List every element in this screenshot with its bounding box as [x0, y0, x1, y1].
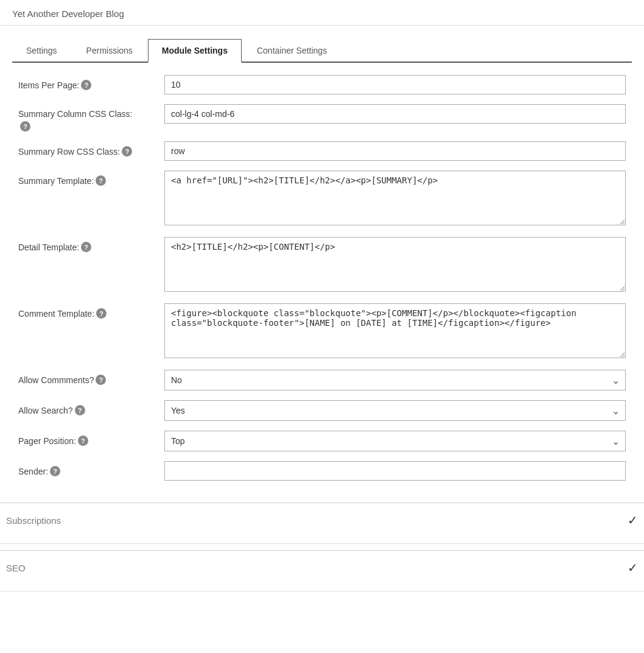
pager-position-label: Pager Position: ? [18, 431, 164, 446]
allow-search-select[interactable]: Yes No [164, 400, 626, 421]
pager-position-help-icon[interactable]: ? [78, 436, 88, 446]
subscriptions-title: Subscriptions [6, 515, 61, 526]
seo-title: SEO [6, 563, 26, 573]
detail-template-label: Detail Template: ? [18, 237, 164, 252]
tab-module-settings[interactable]: Module Settings [148, 39, 242, 63]
allow-search-control: Yes No ⌄ [164, 400, 626, 421]
summary-row-css-control [164, 141, 626, 161]
allow-comments-label: Allow Commments? ? [18, 370, 164, 385]
seo-section[interactable]: SEO ✓ [0, 550, 644, 585]
comment-template-row: Comment Template: ? <figure><blockquote … [18, 303, 626, 360]
allow-comments-control: No Yes ⌄ [164, 370, 626, 390]
summary-template-textarea[interactable]: <a href="[URL]"><h2>[TITLE]</h2></a><p>[… [164, 171, 626, 225]
summary-column-css-label: Summary Column CSS Class: ? [18, 104, 164, 132]
detail-template-control: <h2>[TITLE]</h2><p>[CONTENT]</p> [164, 237, 626, 294]
tab-permissions[interactable]: Permissions [72, 39, 147, 63]
allow-comments-row: Allow Commments? ? No Yes ⌄ [18, 370, 626, 390]
pager-position-row: Pager Position: ? Top Bottom Both None ⌄ [18, 431, 626, 451]
summary-template-help-icon[interactable]: ? [96, 175, 106, 186]
summary-row-css-help-icon[interactable]: ? [122, 146, 132, 157]
comment-template-textarea[interactable]: <figure><blockquote class="blockquote"><… [164, 303, 626, 358]
sender-input[interactable] [164, 461, 626, 481]
tabs-container: Settings Permissions Module Settings Con… [12, 38, 632, 63]
summary-row-css-input[interactable] [164, 141, 626, 161]
items-per-page-control [164, 75, 626, 94]
summary-column-css-input[interactable] [164, 104, 626, 124]
tab-container-settings[interactable]: Container Settings [243, 39, 341, 63]
allow-comments-select[interactable]: No Yes [164, 370, 626, 390]
subscriptions-chevron-icon: ✓ [628, 513, 638, 528]
seo-divider [0, 591, 644, 591]
allow-comments-select-wrapper: No Yes ⌄ [164, 370, 626, 390]
seo-chevron-icon: ✓ [628, 560, 638, 575]
sender-control [164, 461, 626, 481]
detail-template-help-icon[interactable]: ? [81, 242, 91, 252]
summary-template-row: Summary Template: ? <a href="[URL]"><h2>… [18, 171, 626, 227]
sender-label: Sender: ? [18, 461, 164, 476]
pager-position-select[interactable]: Top Bottom Both None [164, 431, 626, 451]
summary-template-control: <a href="[URL]"><h2>[TITLE]</h2></a><p>[… [164, 171, 626, 227]
items-per-page-help-icon[interactable]: ? [81, 80, 91, 90]
detail-template-textarea[interactable]: <h2>[TITLE]</h2><p>[CONTENT]</p> [164, 237, 626, 292]
pager-position-select-wrapper: Top Bottom Both None ⌄ [164, 431, 626, 451]
allow-search-help-icon[interactable]: ? [75, 405, 85, 415]
allow-search-label: Allow Search? ? [18, 400, 164, 415]
comment-template-help-icon[interactable]: ? [96, 308, 107, 319]
summary-column-css-row: Summary Column CSS Class: ? [18, 104, 626, 132]
allow-search-row: Allow Search? ? Yes No ⌄ [18, 400, 626, 421]
comment-template-control: <figure><blockquote class="blockquote"><… [164, 303, 626, 360]
comment-template-label: Comment Template: ? [18, 303, 164, 319]
subscriptions-section[interactable]: Subscriptions ✓ [0, 503, 644, 537]
detail-template-row: Detail Template: ? <h2>[TITLE]</h2><p>[C… [18, 237, 626, 294]
summary-row-css-label: Summary Row CSS Class: ? [18, 141, 164, 157]
items-per-page-label: Items Per Page: ? [18, 75, 164, 90]
summary-row-css-row: Summary Row CSS Class: ? [18, 141, 626, 161]
allow-comments-help-icon[interactable]: ? [96, 375, 106, 385]
site-title: Yet Another Developer Blog [0, 0, 644, 26]
sender-row: Sender: ? [18, 461, 626, 481]
summary-column-css-control [164, 104, 626, 124]
subscriptions-divider [0, 543, 644, 544]
pager-position-control: Top Bottom Both None ⌄ [164, 431, 626, 451]
items-per-page-input[interactable] [164, 75, 626, 94]
tab-settings[interactable]: Settings [12, 39, 71, 63]
summary-column-css-help-icon[interactable]: ? [20, 121, 30, 132]
items-per-page-row: Items Per Page: ? [18, 75, 626, 94]
allow-search-select-wrapper: Yes No ⌄ [164, 400, 626, 421]
form-content: Items Per Page: ? Summary Column CSS Cla… [0, 63, 644, 503]
sender-help-icon[interactable]: ? [50, 466, 60, 476]
summary-template-label: Summary Template: ? [18, 171, 164, 186]
